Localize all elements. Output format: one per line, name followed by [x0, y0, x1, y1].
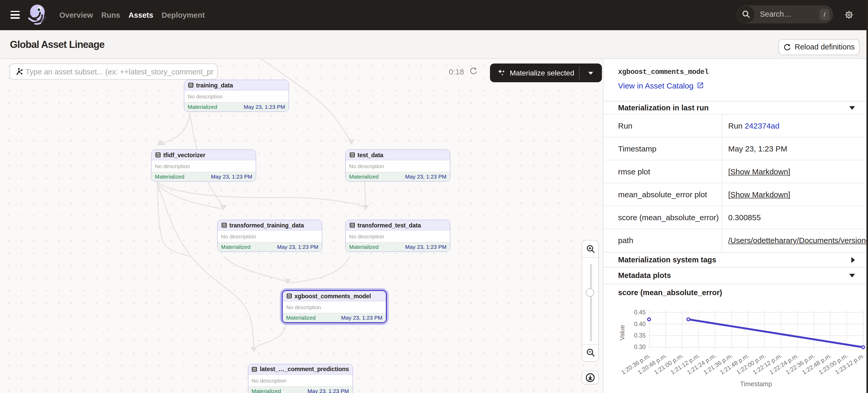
- svg-text:0.35: 0.35: [634, 332, 646, 339]
- svg-text:Value: Value: [619, 325, 626, 340]
- svg-text:0.40: 0.40: [634, 321, 646, 327]
- svg-text:0.45: 0.45: [634, 309, 646, 316]
- svg-text:Timestamp: Timestamp: [740, 380, 772, 388]
- svg-text:0.30: 0.30: [634, 343, 646, 350]
